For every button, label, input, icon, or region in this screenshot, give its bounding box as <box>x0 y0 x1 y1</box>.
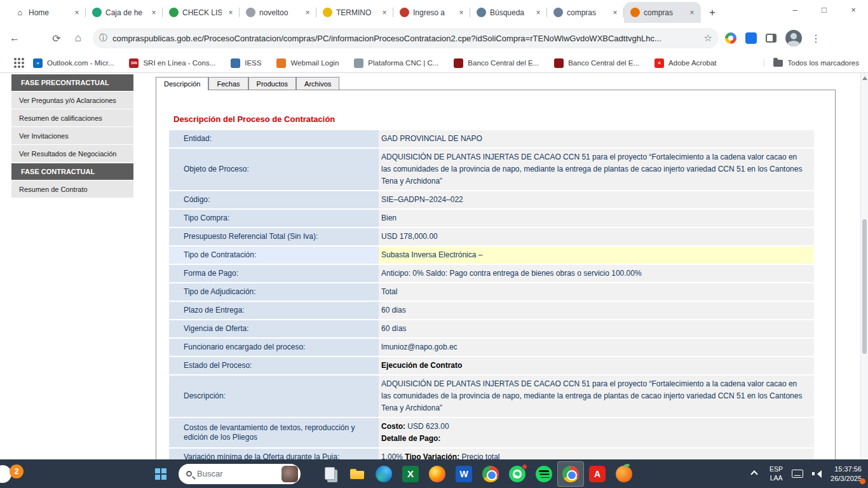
browser-tab[interactable]: TERMINO × <box>316 2 393 23</box>
bookmark-star-icon[interactable]: ☆ <box>704 32 712 44</box>
bookmark-item[interactable]: o Outlook.com - Micr... <box>33 58 114 68</box>
side-panel-icon[interactable] <box>766 34 776 43</box>
row-label: Tipo Compra: <box>169 210 379 227</box>
spotify-icon[interactable] <box>531 461 557 487</box>
table-row: Funcionario encargado del proceso: lmuni… <box>169 339 814 357</box>
excel-icon[interactable] <box>397 461 424 487</box>
back-icon[interactable]: ← <box>5 29 24 48</box>
fruit-icon[interactable] <box>611 461 637 487</box>
row-value: Ejecución de Contrato <box>379 357 814 374</box>
documents-icon[interactable] <box>317 461 344 487</box>
bookmark-item[interactable]: Banco Central del E... <box>454 58 539 68</box>
reload-icon[interactable]: ⟳ <box>47 29 66 48</box>
sidebar-entry[interactable]: Ver Resultados de Negociación <box>11 145 133 162</box>
close-button[interactable]: × <box>839 0 868 19</box>
row-label: Entidad: <box>169 130 379 147</box>
tab-close-icon[interactable]: × <box>72 8 82 18</box>
bookmark-label: Adobe Acrobat <box>668 59 716 67</box>
taskbar-search[interactable] <box>179 464 301 484</box>
hidden-icons-chevron-icon[interactable] <box>750 470 757 477</box>
profile-avatar[interactable] <box>785 30 802 46</box>
app-notification-badge <box>522 464 527 470</box>
table-row: Estado del Proceso: Ejecución de Contrat… <box>169 357 814 376</box>
bookmark-item[interactable]: A Adobe Acrobat <box>654 58 716 68</box>
acrobat-icon[interactable] <box>584 461 611 487</box>
speaker-icon[interactable] <box>812 470 822 478</box>
all-bookmarks-button[interactable]: Todos los marcadores <box>764 59 860 67</box>
bookmark-label: Plataforma CNC | C... <box>368 59 438 67</box>
table-row: Entidad: GAD PROVINCIAL DE NAPO <box>169 130 814 149</box>
row-value: ADQUISICIÓN DE PLANTAS INJERTAS DE CACAO… <box>379 376 814 417</box>
url-text[interactable]: compraspublicas.gob.ec/ProcesoContrataci… <box>112 34 699 43</box>
search-highlight-image[interactable] <box>281 466 298 482</box>
tab-title: Búsqueda <box>490 8 529 17</box>
sidebar-entry-label: FASE CONTRACTUAL <box>21 168 95 175</box>
clock[interactable]: 15:37:56 26/3/2025 <box>831 464 862 484</box>
tab-title: Home <box>29 8 68 17</box>
process-tab[interactable]: Productos <box>248 77 297 90</box>
sidebar-entry[interactable]: Ver Invitaciones <box>11 127 133 144</box>
new-tab-button[interactable]: + <box>703 4 721 22</box>
row-value-line: 60 días <box>381 323 808 335</box>
edge-icon[interactable] <box>370 461 397 487</box>
row-value: Anticipo: 0% Saldo: Pago contra entrega … <box>379 265 814 282</box>
tab-close-icon[interactable]: × <box>302 8 313 18</box>
page-title: Descripción del Proceso de Contratación <box>173 114 813 124</box>
browser-tab[interactable]: compras × <box>624 2 701 23</box>
browser-tab[interactable]: ⌂ Home × <box>9 2 86 23</box>
sidebar-entry[interactable]: Resumen de Contrato <box>11 180 133 198</box>
touch-keyboard-icon[interactable] <box>792 470 803 478</box>
process-tab[interactable]: Archivos <box>296 77 339 90</box>
browser-tab[interactable]: Búsqueda × <box>470 2 547 23</box>
bookmark-item[interactable]: Plataforma CNC | C... <box>354 58 438 68</box>
tab-close-icon[interactable]: × <box>149 8 159 18</box>
address-bar[interactable]: ⓘ compraspublicas.gob.ec/ProcesoContrata… <box>93 28 719 48</box>
page-scrollbar[interactable] <box>860 73 868 459</box>
maximize-button[interactable]: □ <box>810 0 839 19</box>
tab-close-icon[interactable]: × <box>226 8 236 18</box>
tab-close-icon[interactable]: × <box>533 8 543 18</box>
tab-close-icon[interactable]: × <box>456 8 466 18</box>
process-tab[interactable]: Descripción <box>156 77 208 90</box>
apps-grid-icon[interactable] <box>14 58 17 60</box>
bookmark-item[interactable]: IESS <box>231 58 261 68</box>
chat-notification-badge[interactable]: 2 <box>10 464 24 478</box>
scrollbar-up-icon[interactable] <box>862 76 867 80</box>
bookmark-item[interactable]: Banco Central del E... <box>554 58 639 68</box>
browser-tab[interactable]: compras × <box>547 2 624 23</box>
search-input[interactable] <box>197 469 276 478</box>
language-indicator[interactable]: ESP LAA <box>770 465 783 482</box>
tab-close-icon[interactable]: × <box>379 8 390 18</box>
bookmark-favicon <box>231 58 240 68</box>
bookmark-label: IESS <box>245 59 261 67</box>
row-value: 60 días <box>379 320 814 337</box>
browser-menu-icon[interactable]: ⋮ <box>811 32 821 44</box>
sidebar-entry[interactable]: Ver Preguntas y/ó Aclaraciones <box>11 92 133 109</box>
browser-tab[interactable]: noveltoo × <box>240 2 316 23</box>
scrollbar-thumb[interactable] <box>862 219 867 354</box>
process-tab[interactable]: Fechas <box>208 77 248 90</box>
tab-close-icon[interactable]: × <box>687 8 697 18</box>
home-icon[interactable]: ⌂ <box>69 29 88 48</box>
browser-tab[interactable]: Caja de he × <box>86 2 163 23</box>
table-row: Tipo de Adjudicación: Total <box>169 283 814 302</box>
word-icon[interactable] <box>451 461 477 487</box>
sidebar-entry[interactable]: Resumen de calificaciones <box>11 109 133 126</box>
whatsapp-icon[interactable] <box>504 461 531 487</box>
browser-tab[interactable]: CHECK LIS × <box>163 2 240 23</box>
chrome-secondary-icon[interactable] <box>477 461 504 487</box>
chrome-icon[interactable] <box>557 461 584 487</box>
extension-icon[interactable] <box>745 32 757 44</box>
lens-icon[interactable] <box>725 32 736 44</box>
tab-close-icon[interactable]: × <box>610 8 620 18</box>
bookmark-item[interactable]: Webmail Login <box>276 58 339 68</box>
folder-icon[interactable] <box>344 461 370 487</box>
site-info-icon[interactable]: ⓘ <box>99 32 107 44</box>
bookmark-item[interactable]: SRI SRI en Línea - Cons... <box>129 58 215 68</box>
tab-favicon: ⌂ <box>15 8 25 17</box>
bookmark-favicon-letter: o <box>37 61 39 65</box>
firefox-icon[interactable] <box>424 461 451 487</box>
browser-tab[interactable]: Ingreso a × <box>393 2 470 23</box>
minimize-button[interactable]: – <box>780 0 810 19</box>
start-button[interactable] <box>148 461 173 487</box>
